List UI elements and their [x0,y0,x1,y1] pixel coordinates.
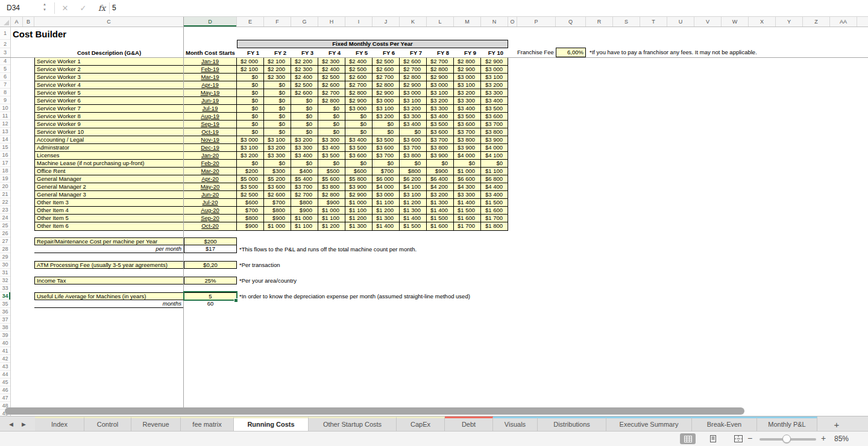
fy-value-cell[interactable]: $3 500 [345,144,373,152]
row-header-47[interactable]: 47 [0,394,10,402]
cost-description-cell[interactable]: Other Item 5 [35,215,184,222]
fy-value-cell[interactable]: $3 300 [427,105,454,113]
fy-value-cell[interactable]: $900 [264,215,291,222]
cost-description-cell[interactable]: Service Worker 9 [35,121,184,128]
fy-value-cell[interactable]: $2 500 [318,74,345,81]
fy-value-cell[interactable]: $5 200 [264,175,291,183]
fy-value-cell[interactable]: $1 100 [291,222,318,230]
column-header-M[interactable]: M [454,17,481,27]
fy-value-cell[interactable]: $3 700 [373,152,400,160]
fy-value-cell[interactable]: $0 [291,97,318,105]
column-header-J[interactable]: J [373,17,400,27]
cost-description-cell[interactable]: General Manager [35,175,184,183]
column-header-A[interactable]: A [11,17,23,27]
row-header-39[interactable]: 39 [0,331,10,339]
fy-header-3[interactable]: FY 3 [291,48,318,57]
repair-cost-value[interactable]: $200 [184,237,237,245]
fy-value-cell[interactable]: $3 300 [291,144,318,152]
fy-value-cell[interactable]: $3 800 [427,144,454,152]
cost-description-cell[interactable]: Machine Lease (if not purchasing up-fron… [35,160,184,168]
franchise-fee-value[interactable]: 6,00% [556,48,586,57]
fy-value-cell[interactable]: $3 100 [400,97,427,105]
fy-value-cell[interactable]: $2 100 [237,66,264,74]
fy-value-cell[interactable]: $3 900 [481,136,508,144]
fy-header-5[interactable]: FY 5 [345,48,373,57]
fy-value-cell[interactable]: $3 600 [481,113,508,121]
zoom-level[interactable]: 85% [834,435,849,443]
cost-description-cell[interactable]: Service Worker 6 [35,97,184,105]
fy-value-cell[interactable]: $2 900 [427,74,454,81]
normal-view-icon[interactable] [680,433,696,444]
cost-description-cell[interactable]: Service Worker 8 [35,113,184,121]
fy-value-cell[interactable]: $2 500 [291,81,318,89]
month-start-cell[interactable]: Jan-20 [184,152,237,160]
fy-value-cell[interactable]: $3 300 [481,89,508,97]
cost-description-cell[interactable]: Other Item 3 [35,199,184,207]
fy-header-1[interactable]: FY 1 [237,48,264,57]
fy-value-cell[interactable]: $0 [291,128,318,136]
fy-value-cell[interactable]: $3 900 [454,144,481,152]
row-header-42[interactable]: 42 [0,355,10,363]
fy-value-cell[interactable]: $700 [264,199,291,207]
row-header-46[interactable]: 46 [0,386,10,394]
fy-value-cell[interactable]: $2 800 [373,81,400,89]
month-start-cell[interactable]: Nov-19 [184,136,237,144]
fy-value-cell[interactable]: $2 900 [373,89,400,97]
fy-value-cell[interactable]: $3 700 [454,128,481,136]
fy-header-8[interactable]: FY 8 [427,48,454,57]
fy-value-cell[interactable]: $0 [454,160,481,168]
fy-value-cell[interactable]: $3 600 [454,121,481,128]
selected-cell-outline[interactable] [183,291,237,301]
fy-value-cell[interactable]: $700 [237,207,264,215]
fy-value-cell[interactable]: $1 100 [318,215,345,222]
fy-value-cell[interactable]: $1 800 [481,222,508,230]
fy-header-7[interactable]: FY 7 [400,48,427,57]
column-header-V[interactable]: V [694,17,722,27]
fy-value-cell[interactable]: $3 200 [291,136,318,144]
month-start-cell[interactable]: May-20 [184,183,237,191]
fy-value-cell[interactable]: $0 [237,113,264,121]
fy-value-cell[interactable]: $1 300 [345,222,373,230]
fy-value-cell[interactable]: $0 [291,113,318,121]
fy-value-cell[interactable]: $3 500 [318,152,345,160]
fy-value-cell[interactable]: $6 800 [481,175,508,183]
row-header-22[interactable]: 22 [0,198,10,206]
sheet-tab-fee-matrix[interactable]: fee matrix [181,416,234,432]
cost-description-cell[interactable]: Service Worker 10 [35,128,184,136]
fy-value-cell[interactable]: $3 700 [291,183,318,191]
fy-value-cell[interactable]: $2 800 [454,58,481,66]
fy-value-cell[interactable]: $3 000 [427,81,454,89]
row-header-9[interactable]: 9 [0,96,10,104]
row-header-24[interactable]: 24 [0,214,10,222]
month-start-cell[interactable]: Apr-19 [184,81,237,89]
row-header-20[interactable]: 20 [0,183,10,190]
fy-header-4[interactable]: FY 4 [318,48,345,57]
sheet-tab-break-even[interactable]: Break-Even [692,416,757,432]
fy-value-cell[interactable]: $3 200 [481,81,508,89]
row-header-4[interactable]: 4 [0,57,10,65]
cost-description-cell[interactable]: Service Worker 1 [35,58,184,66]
sheet-tab-debt[interactable]: Debt [445,416,493,432]
column-header-C[interactable]: C [34,17,184,27]
fy-value-cell[interactable]: $3 000 [237,136,264,144]
fy-value-cell[interactable]: $1 400 [454,199,481,207]
column-header-P[interactable]: P [517,17,556,27]
fy-value-cell[interactable]: $3 000 [454,74,481,81]
fy-value-cell[interactable]: $0 [373,121,400,128]
fy-value-cell[interactable]: $3 100 [427,89,454,97]
fy-value-cell[interactable]: $3 500 [237,183,264,191]
fy-value-cell[interactable]: $3 100 [264,136,291,144]
atm-fee-label[interactable]: ATM Processing Fee (usually 3-5 year agr… [34,261,184,269]
fy-value-cell[interactable]: $3 700 [427,136,454,144]
fy-value-cell[interactable]: $2 900 [345,97,373,105]
horizontal-scrollbar[interactable] [5,407,744,415]
fy-value-cell[interactable]: $0 [291,105,318,113]
row-header-13[interactable]: 13 [0,128,10,136]
fy-value-cell[interactable]: $3 000 [373,191,400,199]
fy-value-cell[interactable]: $3 400 [291,152,318,160]
fy-value-cell[interactable]: $4 000 [481,144,508,152]
row-header-7[interactable]: 7 [0,81,10,89]
cost-description-cell[interactable]: Service Worker 4 [35,81,184,89]
fy-value-cell[interactable]: $3 300 [454,97,481,105]
fy-value-cell[interactable]: $6 200 [400,175,427,183]
